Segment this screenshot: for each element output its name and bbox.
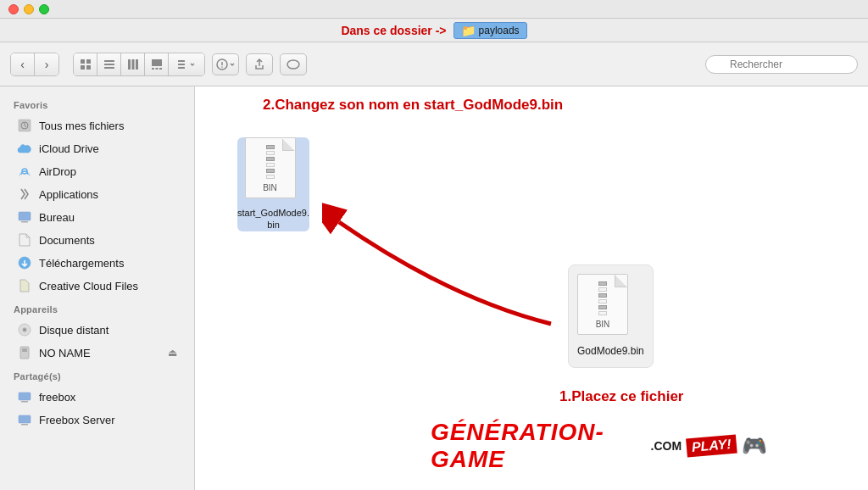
sidebar-item-icloud[interactable]: iCloud Drive [3,137,191,159]
close-button[interactable] [8,4,19,14]
sidebar-label-tous-mes-fichiers: Tous mes fichiers [39,120,177,132]
icon-view-button[interactable] [74,53,97,75]
applications-icon [17,187,32,202]
file1-wrapper[interactable]: BIN start_GodMode9.bin [237,137,309,231]
freebox-server-icon [17,412,32,427]
usb-icon [17,345,32,360]
file1-bin-label: BIN [263,183,277,192]
svg-rect-26 [19,212,31,220]
sidebar-section-partage: Partagé(s) freebox Freebox Se [0,365,194,431]
sidebar-item-creative-cloud[interactable]: Creative Cloud Files [3,275,191,297]
disc-icon [17,322,32,337]
svg-rect-10 [152,59,162,66]
sidebar-label-bureau: Bureau [39,211,177,224]
sidebar-item-no-name[interactable]: NO NAME ⏏ [3,342,191,364]
list-view-button[interactable] [97,53,121,75]
svg-rect-9 [136,59,138,70]
sidebar-label-disque-distant: Disque distant [39,324,177,337]
instruction2-text: 2.Changez son nom en start_GodMode9.bin [263,97,563,113]
share-button[interactable] [246,53,273,75]
section-label-favoris: Favoris [0,93,194,114]
svg-rect-27 [21,221,28,223]
file2-bin-label: BIN [596,320,610,329]
file2-wrapper[interactable]: BIN GodMode9.bin [568,264,654,368]
sidebar-item-tous-mes-fichiers[interactable]: Tous mes fichiers [3,114,191,136]
file2-icon: BIN [577,274,635,342]
search-wrapper: 🔍 [705,55,858,74]
sidebar-label-no-name: NO NAME [39,347,161,359]
sidebar-label-applications: Applications [39,188,177,201]
toolbar: ‹ › [0,42,868,86]
play-badge: PLAY! [686,434,737,457]
actions-button[interactable] [212,53,239,75]
titlebar [0,0,868,19]
sidebar-label-telechargements: Téléchargements [39,257,177,270]
sidebar-label-airdrop: AirDrop [39,165,177,178]
sidebar-item-applications[interactable]: Applications [3,183,191,205]
svg-rect-5 [104,64,114,65]
brand-watermark: GÉNÉRATION-GAME .COM PLAY! 🎮 [431,419,767,473]
arrow-graphic [322,197,568,366]
svg-rect-3 [86,65,91,70]
sidebar-label-icloud: iCloud Drive [39,142,177,155]
file2-container: BIN GodMode9.bin [568,264,654,368]
section-label-appareils: Appareils [0,298,194,318]
arrange-view-button[interactable] [169,53,204,75]
column-view-button[interactable] [121,53,145,75]
section-label-partage: Partagé(s) [0,365,194,385]
sidebar-item-freebox[interactable]: freebox [3,386,191,408]
sidebar-item-telechargements[interactable]: Téléchargements [3,252,191,274]
svg-rect-8 [131,59,134,70]
clock-icon [17,118,32,133]
documents-icon [17,232,32,248]
gallery-view-button[interactable] [145,53,169,75]
folder-icon: 📁 [461,24,476,37]
svg-point-19 [221,66,223,68]
sidebar-item-bureau[interactable]: Bureau [3,206,191,228]
traffic-lights [8,4,49,14]
folder-name: payloads [479,25,520,36]
folder-badge: 📁 payloads [453,22,527,39]
eject-button[interactable]: ⏏ [168,347,177,359]
sidebar-section-appareils: Appareils Disque distant [0,298,194,364]
gamepad-icon: 🎮 [742,434,767,458]
minimize-button[interactable] [24,4,34,14]
file2-name: GodMode9.bin [577,345,644,359]
svg-rect-35 [21,401,28,403]
forward-button[interactable]: › [35,53,58,75]
sidebar-item-disque-distant[interactable]: Disque distant [3,319,191,341]
svg-point-31 [24,329,25,331]
nav-buttons: ‹ › [10,53,59,76]
sidebar-label-freebox: freebox [39,391,177,404]
sidebar-section-favoris: Favoris Tous mes fichiers [0,93,194,297]
svg-rect-1 [86,59,91,64]
sidebar-item-freebox-server[interactable]: Freebox Server [3,409,191,431]
svg-rect-12 [155,68,158,70]
svg-point-20 [287,60,299,69]
search-input[interactable] [705,55,858,74]
svg-rect-34 [19,393,31,400]
sidebar-item-airdrop[interactable]: AirDrop [3,160,191,182]
file2-paper: BIN [577,274,628,335]
content-area: 2.Changez son nom en start_GodMode9.bin … [195,86,868,490]
file1-paper: BIN [245,137,296,198]
back-button[interactable]: ‹ [11,53,35,75]
download-icon [17,255,32,270]
sidebar-label-documents: Documents [39,234,177,247]
creative-cloud-icon [17,278,32,293]
annotation-prefix: Dans ce dossier -> [341,24,446,37]
sidebar: Favoris Tous mes fichiers [0,86,195,490]
svg-rect-2 [81,65,85,70]
instruction2-container: 2.Changez son nom en start_GodMode9.bin [263,97,851,114]
freebox-icon [17,389,32,404]
sidebar-item-documents[interactable]: Documents [3,229,191,251]
svg-rect-33 [22,348,27,352]
file1-name: start_GodMode9.bin [237,207,309,231]
view-buttons [73,53,205,76]
svg-rect-37 [21,424,28,426]
svg-rect-16 [178,67,185,69]
svg-rect-11 [152,68,154,70]
maximize-button[interactable] [39,4,49,14]
tags-button[interactable] [280,53,307,75]
svg-rect-13 [159,68,162,70]
